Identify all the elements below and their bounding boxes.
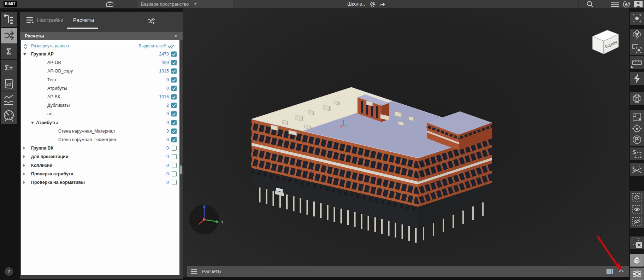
shuffle-checks-button[interactable] — [1, 28, 17, 43]
tree-row[interactable]: Дубликаты2 — [21, 101, 179, 110]
caret-collapsed-icon[interactable] — [23, 147, 25, 150]
gauge-button[interactable] — [1, 108, 17, 124]
tree-row[interactable]: Проверка атрибута0 — [21, 170, 179, 178]
calculations-section-header[interactable]: Расчеты — [20, 32, 183, 40]
gauge-icon — [1, 108, 17, 124]
model-tree-button[interactable] — [1, 12, 17, 27]
tree-row[interactable]: вк0 — [21, 110, 179, 118]
tab-settings[interactable]: Настройки — [37, 12, 64, 29]
3d-viewport[interactable]: Справа Y — [183, 8, 629, 280]
charts-button[interactable] — [1, 92, 17, 108]
2d-view-button[interactable]: 2D — [1, 76, 17, 92]
selection-set-button[interactable]: S — [630, 147, 644, 160]
indent-menu-icon[interactable] — [26, 17, 34, 24]
tree-row[interactable]: Группа ВК0 — [21, 144, 179, 152]
shuffle-checks-small-icon[interactable] — [148, 18, 155, 25]
floorplan-button[interactable] — [630, 110, 644, 123]
help-button[interactable]: ? — [5, 267, 13, 276]
tree-row[interactable]: Коллизии0 — [21, 161, 179, 169]
clear-selection-button[interactable] — [630, 237, 644, 249]
tree-row-checkbox[interactable] — [172, 163, 177, 168]
tree-row-checkbox[interactable] — [171, 94, 177, 100]
workspace-selector[interactable]: Базовое пространство — [137, 0, 234, 8]
panel-scrollbar-thumb[interactable] — [180, 165, 182, 174]
navigation-cube[interactable]: Справа — [592, 30, 619, 54]
tree-row-checkbox[interactable] — [172, 146, 177, 151]
caret-expanded-icon[interactable] — [23, 53, 26, 56]
clear-selection-icon — [630, 237, 644, 249]
select-all-link[interactable]: Выделить всё — [138, 43, 166, 48]
show-box-button[interactable] — [630, 203, 644, 216]
tree-row[interactable]: АР-ВК1015 — [21, 93, 179, 101]
3d-model-building[interactable] — [252, 87, 492, 243]
tree-row-checkbox[interactable] — [171, 103, 177, 108]
notifications-sync-icon[interactable] — [622, 0, 631, 8]
search-icon[interactable] — [585, 0, 595, 8]
tree-row-checkbox[interactable] — [171, 128, 177, 134]
tree-row[interactable]: Стена наружная_Геометрия6 — [21, 135, 179, 144]
sigma-button[interactable]: Σ — [1, 44, 17, 59]
zoom-selection-button[interactable] — [630, 42, 644, 55]
tree-row[interactable]: для презентации0 — [21, 152, 179, 161]
tree-row[interactable]: Группа АР2470 — [21, 50, 179, 58]
tree-row[interactable]: Тест0 — [21, 76, 179, 84]
bottom-calculations-bar[interactable]: Расчеты — [187, 266, 629, 277]
tree-row-checkbox[interactable] — [171, 60, 177, 65]
briefcase-icon[interactable] — [106, 0, 114, 8]
tree-row[interactable]: Проверка на нормативы0 — [21, 178, 179, 187]
ruler-button[interactable] — [630, 56, 644, 69]
tree-row-count: 0 — [166, 86, 169, 91]
caret-collapsed-icon[interactable] — [23, 181, 25, 184]
orbit-button[interactable] — [630, 268, 644, 280]
tree-row-count: 2 — [166, 103, 169, 108]
list-icon[interactable] — [610, 0, 620, 8]
caret-collapsed-icon[interactable] — [23, 164, 25, 167]
tree-row-checkbox[interactable] — [171, 86, 177, 91]
tree-row[interactable]: Стена наружная_Материал3 — [21, 127, 179, 135]
app-logo[interactable]: BiMiT — [4, 1, 17, 7]
tree-row[interactable]: Атрибуты0 — [21, 84, 179, 93]
sigma-plus-icon: Σ+ — [1, 60, 17, 76]
sigma-plus-button[interactable]: Σ+ — [1, 60, 17, 76]
tree-row-label: вк — [47, 111, 52, 116]
tree-row[interactable]: Атрибуты9 — [21, 118, 179, 127]
zoom-fit-button[interactable] — [630, 12, 644, 25]
tree-row-checkbox[interactable] — [171, 69, 177, 74]
tree-row-checkbox[interactable] — [171, 137, 177, 142]
tree-row-label: Группа АР — [31, 52, 54, 57]
clash-numbers-button[interactable]: 1 2 — [630, 163, 644, 176]
menu-icon[interactable] — [191, 269, 197, 274]
section-box-button[interactable] — [630, 92, 644, 105]
flash-button[interactable] — [630, 72, 644, 85]
caret-expanded-icon[interactable] — [31, 122, 34, 124]
tree-row-label: Атрибуты — [36, 120, 58, 125]
columns-icon[interactable] — [607, 269, 613, 274]
tab-calculations[interactable]: Расчеты — [73, 12, 94, 29]
tree-row[interactable]: АР-ОВ429 — [21, 58, 179, 67]
logo-red-dot — [9, 2, 10, 3]
chevron-up-icon[interactable] — [619, 269, 624, 273]
caret-collapsed-icon[interactable] — [23, 155, 25, 158]
flag-button[interactable] — [630, 133, 644, 146]
share-icon[interactable] — [378, 0, 386, 8]
tree-row-label: АР-ОВ_copy — [47, 69, 73, 74]
tree-row-checkbox[interactable] — [171, 120, 177, 125]
user-icon[interactable] — [634, 0, 643, 8]
settings-gear-icon[interactable] — [369, 0, 377, 8]
vegetation-icon — [630, 29, 644, 42]
expand-tree-link[interactable]: Развернуть дерево — [31, 43, 69, 48]
caret-collapsed-icon[interactable] — [23, 173, 25, 175]
tree-row-checkbox[interactable] — [171, 111, 177, 117]
axis-gizmo[interactable]: Y — [189, 205, 224, 234]
isolate-box-button[interactable] — [630, 191, 644, 204]
tree-row-checkbox[interactable] — [172, 171, 177, 176]
tree-row-checkbox[interactable] — [172, 154, 177, 159]
tree-row-checkbox[interactable] — [171, 77, 177, 82]
select-all-doublecheck-icon[interactable] — [168, 44, 175, 48]
vegetation-button[interactable] — [630, 29, 644, 42]
hide-box-button[interactable] — [630, 215, 644, 228]
tree-row[interactable]: АР-ОВ_copy1015 — [21, 67, 179, 75]
tree-row-checkbox[interactable] — [172, 180, 177, 185]
tree-row-checkbox[interactable] — [171, 52, 177, 57]
solid-cube-button[interactable] — [630, 254, 644, 267]
